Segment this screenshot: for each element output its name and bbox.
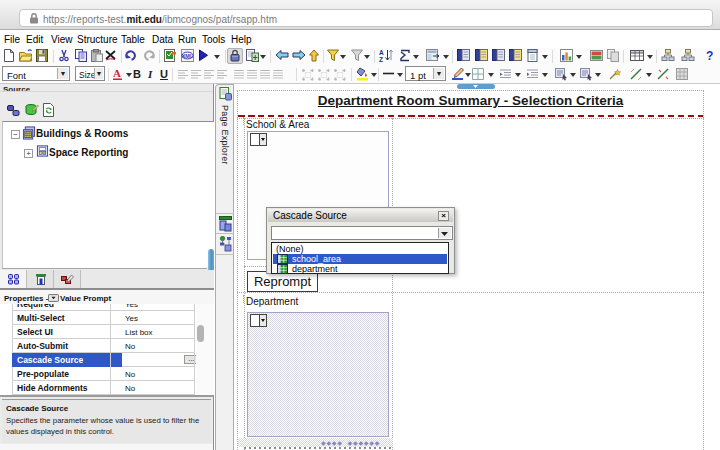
svg-text:A: A bbox=[113, 68, 121, 79]
svg-text:XML: XML bbox=[182, 53, 194, 59]
svg-text:Z: Z bbox=[379, 56, 383, 63]
